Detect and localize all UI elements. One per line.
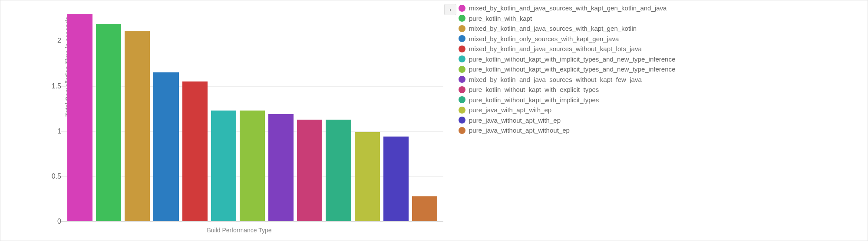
bar[interactable] — [96, 24, 121, 221]
legend-item[interactable]: mixed_by_kotlin_and_java_sources_with_ka… — [459, 24, 675, 33]
plot-area: Total Compilation Time in seconds 00.511… — [35, 5, 443, 221]
legend-label: pure_kotlin_with_kapt — [469, 14, 532, 23]
legend-swatch — [459, 46, 465, 52]
chart-container: Total Compilation Time in seconds 00.511… — [0, 0, 868, 241]
bar[interactable] — [412, 196, 437, 221]
legend-swatch — [459, 76, 465, 83]
y-tick: 1.5 — [40, 82, 61, 90]
legend-item[interactable]: pure_java_without_apt_without_ep — [459, 126, 675, 135]
y-tick: 0 — [40, 218, 61, 225]
bar[interactable] — [182, 81, 208, 221]
legend-swatch — [459, 25, 465, 32]
legend-collapse-button[interactable]: › — [444, 4, 456, 15]
legend-label: pure_java_with_apt_with_ep — [469, 106, 551, 114]
bar[interactable] — [153, 72, 178, 221]
y-tick: 0.5 — [40, 173, 61, 180]
bar[interactable] — [67, 14, 92, 221]
legend-swatch — [459, 66, 465, 73]
bar-slot — [382, 5, 410, 221]
legend: mixed_by_kotlin_and_java_sources_with_ka… — [459, 4, 675, 137]
legend-item[interactable]: pure_java_with_apt_with_ep — [459, 106, 675, 114]
bars-group — [61, 5, 443, 221]
legend-swatch — [459, 96, 465, 103]
legend-item[interactable]: pure_kotlin_without_kapt_with_implicit_t… — [459, 55, 675, 64]
legend-swatch — [459, 55, 465, 62]
bar-slot — [353, 5, 382, 221]
legend-swatch — [459, 5, 465, 12]
bar[interactable] — [326, 120, 351, 221]
legend-item[interactable]: mixed_by_kotlin_and_java_sources_without… — [459, 75, 675, 84]
legend-label: pure_java_without_apt_with_ep — [469, 116, 561, 125]
legend-label: pure_kotlin_without_kapt_with_explicit_t… — [469, 65, 675, 74]
legend-swatch — [459, 15, 465, 22]
legend-item[interactable]: mixed_by_kotlin_only_sources_with_kapt_g… — [459, 35, 675, 43]
legend-item[interactable]: pure_kotlin_without_kapt_with_explicit_t… — [459, 85, 675, 94]
legend-label: pure_kotlin_without_kapt_with_implicit_t… — [469, 55, 675, 64]
bar-slot — [181, 5, 209, 221]
legend-item[interactable]: mixed_by_kotlin_and_java_sources_with_ka… — [459, 4, 675, 13]
legend-item[interactable]: mixed_by_kotlin_and_java_sources_without… — [459, 45, 675, 53]
bar-slot — [238, 5, 267, 221]
bar-slot — [152, 5, 180, 221]
legend-item[interactable]: pure_kotlin_without_kapt_with_implicit_t… — [459, 96, 675, 104]
bar-slot — [410, 5, 439, 221]
bar[interactable] — [240, 111, 265, 221]
y-axis: 00.511.52 — [35, 5, 61, 221]
chevron-right-icon: › — [449, 6, 452, 13]
legend-label: pure_java_without_apt_without_ep — [469, 126, 570, 135]
bar[interactable] — [383, 137, 409, 221]
bar[interactable] — [297, 120, 322, 221]
legend-label: mixed_by_kotlin_and_java_sources_with_ka… — [469, 24, 637, 33]
bar-slot — [123, 5, 152, 221]
legend-label: mixed_by_kotlin_only_sources_with_kapt_g… — [469, 35, 619, 43]
bar-slot — [209, 5, 238, 221]
x-axis-label: Build Performance Type — [35, 227, 443, 234]
legend-swatch — [459, 107, 465, 114]
bar[interactable] — [355, 132, 380, 221]
legend-label: mixed_by_kotlin_and_java_sources_without… — [469, 75, 642, 84]
legend-swatch — [459, 117, 465, 124]
bar[interactable] — [125, 31, 150, 221]
bar[interactable] — [211, 111, 236, 221]
gridline — [61, 221, 443, 222]
bar-slot — [324, 5, 353, 221]
bar[interactable] — [268, 114, 294, 221]
bar-slot — [94, 5, 123, 221]
legend-label: mixed_by_kotlin_and_java_sources_without… — [469, 45, 642, 53]
y-tick: 2 — [40, 37, 61, 45]
legend-item[interactable]: pure_kotlin_without_kapt_with_explicit_t… — [459, 65, 675, 74]
x-axis-line — [61, 221, 443, 221]
legend-swatch — [459, 86, 465, 93]
bar-slot — [66, 5, 94, 221]
legend-swatch — [459, 35, 465, 42]
bar-slot — [295, 5, 324, 221]
legend-swatch — [459, 127, 465, 134]
legend-label: pure_kotlin_without_kapt_with_explicit_t… — [469, 85, 599, 94]
legend-item[interactable]: pure_kotlin_with_kapt — [459, 14, 675, 23]
legend-label: mixed_by_kotlin_and_java_sources_with_ka… — [469, 4, 667, 13]
y-tick: 1 — [40, 127, 61, 135]
legend-item[interactable]: pure_java_without_apt_with_ep — [459, 116, 675, 125]
legend-label: pure_kotlin_without_kapt_with_implicit_t… — [469, 96, 599, 104]
bar-slot — [267, 5, 295, 221]
